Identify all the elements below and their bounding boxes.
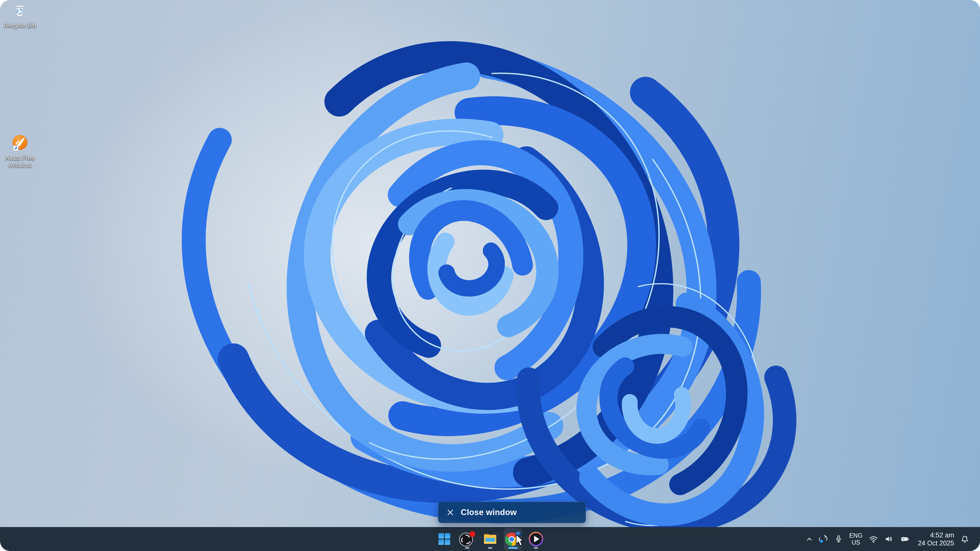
avast-icon — [11, 134, 29, 152]
desktop-icon-avast[interactable]: Avast Free Antivirus — [0, 134, 40, 169]
media-player-icon — [528, 532, 543, 546]
sync-blue-dot — [820, 540, 823, 543]
language-line2: US — [849, 539, 862, 546]
taskbar-button-media-player[interactable] — [527, 528, 545, 550]
clock-date: 24 Oct 2025 — [918, 539, 954, 547]
tray-language-indicator[interactable]: ENG US — [849, 532, 862, 546]
obs-studio-icon — [458, 531, 476, 547]
shortcut-arrow-icon — [13, 146, 18, 151]
running-indicator — [488, 547, 492, 549]
windows-start-icon — [438, 533, 450, 545]
microphone-icon — [834, 535, 843, 543]
wifi-icon — [869, 535, 878, 543]
chevron-up-icon — [807, 537, 812, 541]
tray-clock[interactable]: 4:52 am 24 Oct 2025 — [918, 531, 954, 547]
clock-time: 4:52 am — [918, 531, 954, 539]
language-line1: ENG — [849, 532, 862, 539]
desktop-icon-recycle-bin[interactable]: Recycle Bin — [0, 3, 40, 29]
recycle-bin-label: Recycle Bin — [4, 22, 36, 29]
tray-volume[interactable] — [885, 535, 894, 543]
taskbar: ENG US — [0, 527, 980, 551]
cursor-arrow — [515, 534, 525, 547]
taskbar-button-obs-studio[interactable] — [458, 528, 476, 550]
file-explorer-icon — [483, 533, 497, 545]
speaker-icon — [885, 535, 894, 543]
tray-battery[interactable] — [900, 535, 910, 543]
taskbar-center-icons — [435, 527, 545, 551]
recycle-bin-icon — [12, 3, 28, 19]
system-tray: ENG US — [807, 527, 980, 551]
avast-label: Avast Free Antivirus — [5, 154, 35, 169]
bell-dnd-icon: z — [960, 535, 969, 543]
active-window-indicator — [508, 547, 518, 549]
recording-badge — [469, 531, 476, 537]
sync-icon — [818, 534, 828, 544]
close-window-label: Close window — [461, 508, 517, 517]
bloom-wallpaper — [128, 32, 842, 540]
battery-charging-icon — [900, 535, 910, 543]
svg-text:z: z — [966, 535, 967, 538]
running-indicator — [465, 547, 469, 549]
tray-microphone[interactable] — [834, 535, 843, 543]
tray-sync-status[interactable] — [818, 534, 828, 544]
tray-overflow-chevron[interactable] — [807, 537, 812, 541]
desktop-screen: Recycle Bin Avast Free Antivirus — [0, 0, 980, 551]
taskbar-button-file-explorer[interactable] — [481, 528, 499, 550]
close-icon — [447, 509, 454, 516]
running-indicator — [534, 547, 538, 549]
start-button[interactable] — [435, 528, 453, 550]
tray-wifi[interactable] — [869, 535, 878, 543]
tray-notification-bell[interactable]: z — [960, 535, 969, 543]
jumplist-close-window[interactable]: Close window — [438, 502, 586, 523]
